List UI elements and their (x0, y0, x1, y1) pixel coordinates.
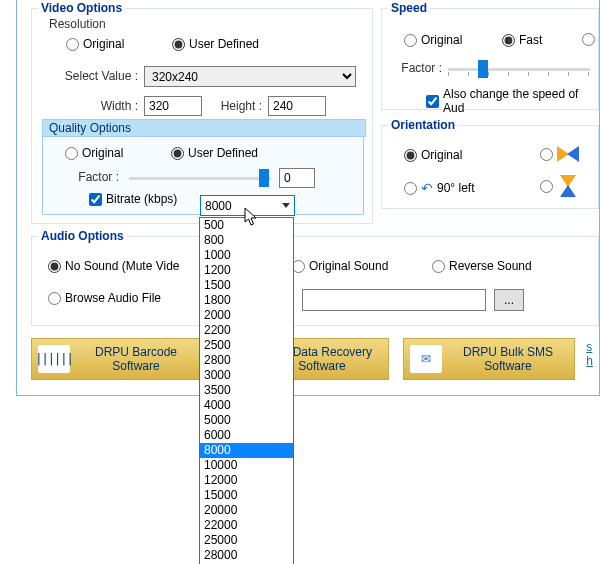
barcode-software-button[interactable]: |||||| DRPU Barcode Software (31, 338, 203, 380)
quality-original-label: Original (82, 146, 123, 160)
speed-factor-label: Factor : (392, 61, 442, 75)
quality-options-legend: Quality Options (42, 119, 366, 137)
resolution-original-radio[interactable]: Original (66, 37, 124, 51)
bitrate-option[interactable]: 6000 (200, 428, 293, 443)
no-sound-label: No Sound (Mute Vide (65, 259, 180, 273)
envelope-icon: ✉ (410, 345, 442, 373)
video-options-fieldset: Video Options Resolution Original User D… (31, 8, 373, 224)
speed-fieldset: Speed Original Fast Factor : Also change… (381, 8, 599, 110)
audio-options-legend: Audio Options (38, 229, 127, 243)
resolution-select[interactable]: 320x240 (144, 66, 356, 87)
rotate-left-icon: ↶ (421, 180, 433, 196)
orientation-fieldset: Orientation Original ↶90° left (381, 125, 599, 209)
bitrate-option[interactable]: 15000 (200, 488, 293, 503)
side-link-1[interactable]: s (586, 340, 593, 354)
speed-slider-track[interactable] (448, 68, 590, 71)
orient-90left-radio[interactable]: ↶90° left (404, 180, 475, 196)
bitrate-select[interactable]: 8000 (200, 195, 295, 216)
footer-buttons: |||||| DRPU Barcode Software 💾 DR Data R… (31, 338, 575, 380)
quality-slider-track[interactable] (129, 177, 271, 180)
bitrate-option[interactable]: 25000 (200, 533, 293, 548)
browse-audio-radio[interactable]: Browse Audio File (48, 291, 161, 305)
reverse-sound-label: Reverse Sound (449, 259, 532, 273)
bitrate-option[interactable]: 1800 (200, 293, 293, 308)
bitrate-option[interactable]: 2800 (200, 353, 293, 368)
sms-software-button[interactable]: ✉ DRPU Bulk SMS Software (403, 338, 575, 380)
flip-vertical-icon (560, 175, 576, 197)
bitrate-option[interactable]: 4000 (200, 398, 293, 413)
speed-extra-radio[interactable] (582, 33, 595, 46)
quality-slider-thumb[interactable] (259, 169, 269, 187)
select-value-label: Select Value : (52, 69, 138, 83)
orient-flipv-radio[interactable] (540, 178, 579, 194)
height-label: Height : (212, 99, 262, 113)
bitrate-option[interactable]: 2000 (200, 308, 293, 323)
no-sound-radio[interactable]: No Sound (Mute Vide (48, 259, 180, 273)
bitrate-option[interactable]: 1000 (200, 248, 293, 263)
bitrate-option[interactable]: 20000 (200, 503, 293, 518)
speed-original-label: Original (421, 33, 462, 47)
side-link-2[interactable]: h (586, 354, 593, 368)
browse-audio-label: Browse Audio File (65, 291, 161, 305)
orient-fliph-radio[interactable] (540, 146, 579, 162)
browse-button-label: ... (504, 293, 514, 307)
speed-fast-radio[interactable]: Fast (502, 33, 542, 47)
bitrate-option[interactable]: 12000 (200, 473, 293, 488)
bitrate-option[interactable]: 2200 (200, 323, 293, 338)
resolution-original-label: Original (83, 37, 124, 51)
main-panel: Video Options Resolution Original User D… (16, 0, 600, 396)
audio-file-input[interactable] (302, 289, 486, 311)
barcode-software-label: DRPU Barcode Software (76, 345, 196, 373)
width-label: Width : (88, 99, 138, 113)
quality-factor-label: Factor : (61, 170, 119, 184)
bitrate-option[interactable]: 1200 (200, 263, 293, 278)
bitrate-select-value: 8000 (205, 199, 232, 213)
bitrate-option[interactable]: 3500 (200, 383, 293, 398)
bitrate-label: Bitrate (kbps) (106, 192, 177, 206)
speed-fast-label: Fast (519, 33, 542, 47)
bitrate-option[interactable]: 3000 (200, 368, 293, 383)
quality-userdef-radio[interactable]: User Defined (171, 146, 258, 160)
quality-factor-input[interactable] (279, 168, 315, 188)
flip-horizontal-icon (557, 146, 579, 162)
chevron-down-icon (282, 203, 290, 208)
bitrate-checkbox[interactable]: Bitrate (kbps) (89, 192, 177, 206)
audio-options-fieldset: Audio Options No Sound (Mute Vide Origin… (31, 236, 599, 326)
bitrate-option[interactable]: 5000 (200, 413, 293, 428)
sms-software-label: DRPU Bulk SMS Software (448, 345, 568, 373)
original-sound-label: Original Sound (309, 259, 388, 273)
bitrate-option[interactable]: 1500 (200, 278, 293, 293)
speed-original-radio[interactable]: Original (404, 33, 462, 47)
also-change-checkbox[interactable]: Also change the speed of Aud (426, 87, 598, 115)
bitrate-option[interactable]: 8000 (200, 443, 293, 458)
bitrate-dropdown[interactable]: 5008001000120015001800200022002500280030… (199, 217, 294, 564)
orient-90left-label: 90° left (437, 181, 475, 195)
original-sound-radio[interactable]: Original Sound (292, 259, 388, 273)
resolution-userdef-label: User Defined (189, 37, 259, 51)
quality-original-radio[interactable]: Original (65, 146, 123, 160)
quality-userdef-label: User Defined (188, 146, 258, 160)
width-input[interactable] (144, 96, 202, 116)
bitrate-option[interactable]: 28000 (200, 548, 293, 563)
browse-button[interactable]: ... (494, 289, 524, 311)
speed-slider-thumb[interactable] (478, 60, 488, 78)
reverse-sound-radio[interactable]: Reverse Sound (432, 259, 532, 273)
bitrate-option[interactable]: 22000 (200, 518, 293, 533)
orientation-legend: Orientation (388, 118, 458, 132)
bitrate-option[interactable]: 500 (200, 218, 293, 233)
bitrate-option[interactable]: 2500 (200, 338, 293, 353)
orient-original-label: Original (421, 148, 462, 162)
side-links: s h (586, 340, 593, 368)
resolution-label: Resolution (46, 17, 109, 31)
speed-legend: Speed (388, 1, 430, 15)
height-input[interactable] (268, 96, 326, 116)
bitrate-option[interactable]: 10000 (200, 458, 293, 473)
also-change-label: Also change the speed of Aud (443, 87, 598, 115)
resolution-userdef-radio[interactable]: User Defined (172, 37, 259, 51)
barcode-icon: |||||| (38, 345, 70, 373)
video-options-legend: Video Options (38, 1, 125, 15)
bitrate-option[interactable]: 800 (200, 233, 293, 248)
orient-original-radio[interactable]: Original (404, 148, 462, 162)
